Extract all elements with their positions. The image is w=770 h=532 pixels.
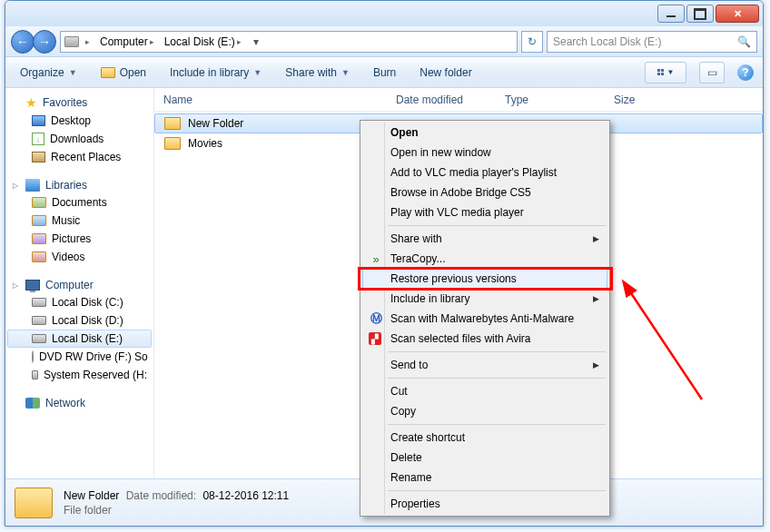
column-name[interactable]: Name [154, 94, 387, 106]
ctx-restore-previous[interactable]: Restore previous versions [362, 269, 607, 289]
ctx-share[interactable]: Share with▶ [362, 229, 607, 249]
breadcrumb-drive-label: Local Disk (E:) [164, 35, 235, 48]
dvd-icon [32, 350, 34, 363]
organize-button[interactable]: Organize▼ [15, 63, 83, 83]
libraries-label: Libraries [45, 179, 87, 192]
column-type[interactable]: Type [496, 94, 605, 106]
ctx-teracopy-label: TeraCopy... [390, 252, 445, 265]
recent-icon [32, 152, 45, 163]
libraries-icon [25, 179, 40, 192]
search-icon: 🔍 [737, 35, 751, 48]
ctx-bridge[interactable]: Browse in Adobe Bridge CS5 [362, 182, 607, 202]
sidebar-item-system-reserved[interactable]: System Reserved (H: [7, 366, 152, 384]
open-button[interactable]: Open [95, 63, 152, 83]
help-button[interactable]: ? [737, 64, 754, 81]
address-dropdown[interactable]: ▾ [248, 35, 264, 48]
ctx-open-new[interactable]: Open in new window [362, 143, 607, 163]
ctx-share-label: Share with [390, 232, 442, 245]
sidebar-item-pictures[interactable]: Pictures [7, 230, 152, 248]
sidebar-videos-label: Videos [52, 251, 84, 263]
drive-icon [32, 370, 38, 379]
ctx-avira[interactable]: ▞Scan selected files with Avira [362, 329, 607, 349]
sysres-label: System Reserved (H: [44, 369, 147, 381]
star-icon: ★ [25, 95, 37, 110]
close-button[interactable] [716, 5, 759, 23]
preview-pane-button[interactable]: ▭ [699, 62, 725, 84]
ctx-copy-label: Copy [390, 405, 416, 418]
search-placeholder: Search Local Disk (E:) [553, 35, 661, 48]
folder-icon [164, 117, 181, 130]
teracopy-icon: » [369, 251, 383, 266]
ctx-mbam[interactable]: ⓂScan with Malwarebytes Anti-Malware [362, 309, 607, 329]
ctx-cut[interactable]: Cut [362, 381, 607, 401]
sidebar-pictures-label: Pictures [52, 232, 91, 245]
sidebar-item-drive-e[interactable]: Local Disk (E:) [7, 330, 152, 348]
ctx-copy[interactable]: Copy [362, 401, 607, 421]
column-size[interactable]: Size [605, 94, 763, 106]
ctx-vlc-add[interactable]: Add to VLC media player's Playlist [362, 163, 607, 182]
ctx-delete[interactable]: Delete [362, 448, 607, 468]
ctx-sendto[interactable]: Send to▶ [362, 355, 607, 375]
burn-button[interactable]: Burn [368, 63, 401, 83]
sidebar-item-recent[interactable]: Recent Places [7, 148, 152, 166]
newfolder-label: New folder [420, 66, 471, 79]
ctx-open-new-label: Open in new window [390, 146, 491, 159]
ctx-teracopy[interactable]: »TeraCopy... [362, 249, 607, 269]
documents-icon [32, 197, 46, 208]
folder-icon [164, 137, 181, 150]
ctx-rename[interactable]: Rename [362, 468, 607, 488]
titlebar [5, 1, 763, 26]
details-date-label: Date modified: [126, 489, 196, 502]
favorites-label: Favorites [43, 96, 87, 109]
computer-group[interactable]: ▷Computer [7, 277, 152, 293]
new-folder-button[interactable]: New folder [414, 63, 477, 83]
refresh-button[interactable]: ↻ [521, 31, 543, 53]
ctx-properties[interactable]: Properties [362, 494, 607, 514]
search-box[interactable]: Search Local Disk (E:) 🔍 [547, 31, 757, 53]
sidebar-item-dvd[interactable]: DVD RW Drive (F:) So [7, 348, 152, 366]
breadcrumb-computer-label: Computer [100, 35, 148, 48]
sidebar-item-desktop[interactable]: Desktop [7, 112, 152, 130]
include-label: Include in library [170, 66, 249, 79]
ctx-open[interactable]: Open [362, 123, 607, 143]
ctx-delete-label: Delete [390, 451, 422, 464]
view-options-button[interactable]: ▼ [645, 62, 686, 84]
sidebar-item-drive-c[interactable]: Local Disk (C:) [7, 293, 152, 311]
details-date-value: 08-12-2016 12:11 [202, 489, 289, 502]
submenu-arrow-icon: ▶ [593, 360, 599, 369]
malwarebytes-icon: Ⓜ [369, 311, 383, 326]
sidebar-item-downloads[interactable]: ↓Downloads [7, 130, 152, 148]
ctx-vlc-play[interactable]: Play with VLC media player [362, 202, 607, 222]
sidebar-item-documents[interactable]: Documents [7, 193, 152, 212]
minimize-button[interactable] [657, 5, 685, 23]
breadcrumb-root[interactable]: ▸ [82, 35, 94, 48]
ctx-include[interactable]: Include in library▶ [362, 289, 607, 309]
maximize-button[interactable] [686, 5, 714, 23]
include-in-library-button[interactable]: Include in library▼ [164, 63, 267, 83]
ctx-include-label: Include in library [390, 292, 469, 305]
sidebar-item-music[interactable]: Music [7, 212, 152, 230]
desktop-icon [32, 115, 45, 126]
ctx-open-label: Open [390, 126, 419, 139]
sidebar-downloads-label: Downloads [50, 133, 104, 145]
details-name: New Folder [64, 489, 119, 502]
breadcrumb-drive[interactable]: Local Disk (E:) ▸ [161, 34, 245, 50]
forward-button[interactable]: → [33, 30, 56, 54]
sidebar-item-videos[interactable]: Videos [7, 248, 152, 266]
share-with-button[interactable]: Share with▼ [280, 63, 355, 83]
videos-icon [32, 251, 46, 262]
favorites-group[interactable]: ★Favorites [7, 94, 152, 112]
address-bar[interactable]: ▸ Computer ▸ Local Disk (E:) ▸ ▾ [60, 31, 518, 53]
network-label: Network [45, 397, 85, 409]
breadcrumb-computer[interactable]: Computer ▸ [96, 34, 158, 50]
ctx-properties-label: Properties [390, 498, 440, 510]
music-icon [32, 215, 46, 226]
back-button[interactable]: ← [11, 30, 35, 54]
column-date[interactable]: Date modified [387, 94, 496, 106]
pictures-icon [32, 233, 46, 244]
ctx-shortcut[interactable]: Create shortcut [362, 428, 607, 448]
sidebar-recent-label: Recent Places [51, 151, 121, 163]
libraries-group[interactable]: ▷Libraries [7, 177, 152, 193]
network-group[interactable]: Network [7, 395, 152, 411]
sidebar-item-drive-d[interactable]: Local Disk (D:) [7, 311, 152, 330]
